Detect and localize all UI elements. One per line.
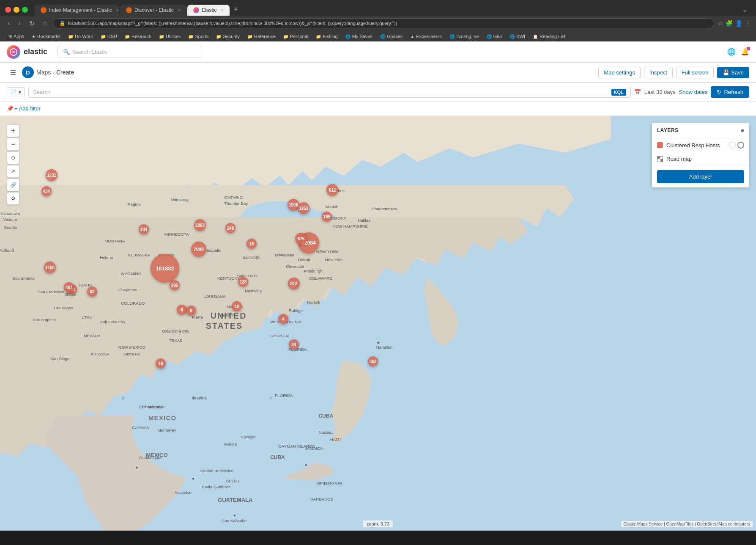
bookmark-experiments[interactable]: ▲ Experiments — [407, 33, 445, 40]
cluster-marker[interactable]: 8 — [177, 305, 187, 315]
globe-icon: 🌐 — [509, 34, 515, 39]
settings-tool-button[interactable]: ⚙ — [7, 192, 19, 205]
svg-text:BARBADOS: BARBADOS — [310, 497, 334, 501]
bookmark-ifconfig[interactable]: 🌐 ifconfig.me — [446, 33, 482, 40]
breadcrumb-maps[interactable]: Maps — [36, 69, 51, 76]
cluster-marker[interactable]: 16 — [247, 239, 257, 249]
close-window-button[interactable] — [5, 7, 11, 13]
map-container[interactable]: UNITED STATES MEXICO CUBA Vancouver Vict… — [0, 116, 756, 531]
search-field[interactable]: Search KQL — [28, 87, 631, 98]
cluster-marker[interactable]: 128 — [238, 277, 248, 287]
notifications-icon[interactable]: 🔔 — [741, 48, 749, 56]
expand-button[interactable]: ↗ — [7, 165, 19, 178]
cluster-marker[interactable]: 487 — [64, 282, 74, 292]
back-button[interactable]: ‹ — [5, 19, 12, 28]
bookmark-reading-list[interactable]: 📋 Reading List — [529, 33, 569, 40]
extensions-icon[interactable]: 🧩 — [726, 20, 733, 27]
bookmark-apps[interactable]: ⊞ Apps — [5, 33, 27, 40]
cluster-marker[interactable]: 24 — [289, 339, 299, 350]
bookmark-reference[interactable]: 📁 Reference — [244, 33, 279, 40]
svg-text:Nashville: Nashville — [245, 289, 262, 293]
cluster-marker[interactable]: 169 — [322, 212, 332, 222]
add-layer-button[interactable]: Add layer — [657, 170, 744, 183]
reload-button[interactable]: ↻ — [27, 19, 37, 28]
svg-text:WYOMING: WYOMING — [121, 271, 141, 276]
cluster-marker[interactable]: 10 — [232, 301, 242, 311]
cluster-marker[interactable]: 2108 — [44, 261, 56, 273]
cluster-marker[interactable]: 1263 — [298, 202, 310, 214]
bookmark-bwi[interactable]: 🌐 BWI — [506, 33, 529, 40]
profile-icon[interactable]: 👤 — [735, 20, 742, 27]
calendar-icon[interactable]: 📅 — [634, 89, 641, 95]
more-menu-icon[interactable]: ⋮ — [745, 20, 751, 27]
cluster-marker[interactable]: 16 — [156, 358, 166, 369]
bookmark-bookmarks[interactable]: ★ Bookmarks — [28, 33, 64, 40]
hamburger-menu-button[interactable]: ☰ — [7, 65, 19, 80]
svg-text:Sargasso Sea: Sargasso Sea — [316, 481, 342, 485]
url-bar[interactable]: 🔒 localhost:5601/app/maps/map#?_g=(filte… — [53, 18, 714, 28]
refresh-button[interactable]: ↻ Refresh — [711, 86, 749, 98]
globe-header-icon[interactable]: 🌐 — [727, 48, 736, 56]
layer-toggle-circle-1[interactable] — [729, 142, 736, 149]
bookmark-dsu[interactable]: 📁 DSU — [97, 33, 121, 40]
kql-badge[interactable]: KQL — [611, 89, 626, 96]
cluster-marker[interactable]: 8 — [186, 306, 196, 316]
cluster-marker[interactable]: 575 — [295, 233, 307, 245]
cluster-marker[interactable]: 248 — [225, 223, 236, 233]
filter-toggle-button[interactable]: 📄 ▾ — [7, 87, 25, 97]
tab-close-button[interactable]: × — [178, 8, 181, 13]
bookmark-utilities[interactable]: 📁 Utilities — [156, 33, 184, 40]
bookmark-security[interactable]: 📁 Security — [213, 33, 243, 40]
tab-discover[interactable]: Discover - Elastic × — [120, 5, 186, 16]
tab-close-active-button[interactable]: × — [221, 8, 223, 13]
tab-elastic-active[interactable]: Elastic × — [187, 5, 230, 16]
layer-item-clustered[interactable]: Clustered Resp Hosts — [652, 138, 749, 152]
bookmark-fishing[interactable]: 📁 Fishing — [312, 33, 341, 40]
cluster-marker[interactable]: 4 — [278, 314, 288, 324]
maximize-window-button[interactable] — [22, 7, 28, 13]
cluster-marker[interactable]: 161882 — [151, 254, 179, 283]
cluster-marker[interactable]: 295 — [170, 280, 180, 290]
save-button[interactable]: 💾 Save — [717, 67, 749, 78]
svg-text:●: ● — [135, 465, 138, 470]
home-button[interactable]: ⌂ — [41, 19, 50, 28]
forward-button[interactable]: › — [16, 19, 23, 28]
globe-icon: 🌐 — [449, 34, 455, 39]
zoom-out-button[interactable]: − — [7, 138, 19, 151]
link-button[interactable]: 🔗 — [7, 179, 19, 191]
tab-close-button[interactable]: × — [116, 8, 119, 13]
zoom-to-fit-button[interactable]: ⊙ — [7, 151, 19, 164]
layers-menu-icon[interactable]: ≡ — [741, 127, 744, 134]
cluster-marker[interactable]: 7088 — [191, 242, 206, 257]
cluster-marker[interactable]: 434 — [41, 186, 52, 196]
new-tab-button[interactable]: + — [230, 3, 242, 16]
cluster-marker[interactable]: 812 — [288, 278, 300, 289]
layer-toggle-circle-2[interactable] — [737, 142, 744, 149]
tab-index-management[interactable]: Index Management - Elastic × — [35, 5, 119, 16]
cluster-marker[interactable]: 612 — [326, 184, 338, 196]
cluster-marker[interactable]: 462 — [368, 356, 378, 366]
breadcrumb-create[interactable]: Create — [56, 69, 74, 76]
full-screen-button[interactable]: Full screen — [676, 67, 714, 78]
bookmark-research[interactable]: 📁 Research — [121, 33, 155, 40]
add-filter-button[interactable]: + Add filter — [14, 105, 41, 112]
bookmark-goalies[interactable]: 🌐 Goalies — [377, 33, 406, 40]
cluster-marker[interactable]: 3231 — [46, 169, 58, 181]
bookmark-star-icon[interactable]: ☆ — [718, 20, 723, 27]
bookmark-do-work[interactable]: 📁 Do Work — [65, 33, 96, 40]
cluster-marker[interactable]: 284 — [139, 224, 149, 234]
bookmark-personal[interactable]: 📁 Personal — [280, 33, 312, 40]
zoom-in-button[interactable]: + — [7, 124, 19, 137]
search-input-header[interactable]: 🔍 Search Elastic — [58, 46, 201, 58]
show-dates-button[interactable]: Show dates — [679, 89, 708, 95]
inspect-button[interactable]: Inspect — [644, 67, 673, 78]
bookmark-sports[interactable]: 📁 Sports — [185, 33, 212, 40]
bookmark-geo[interactable]: 🌐 Geo — [483, 33, 506, 40]
map-settings-button[interactable]: Map settings — [598, 67, 641, 78]
minimize-window-button[interactable] — [14, 7, 19, 13]
cluster-marker[interactable]: 62 — [87, 286, 97, 297]
layer-item-road-map[interactable]: Road map — [652, 152, 749, 166]
cluster-marker[interactable]: 2083 — [194, 219, 206, 231]
bookmark-my-saves[interactable]: 🌐 My Saves — [342, 33, 376, 40]
svg-text:Monterrey: Monterrey — [157, 428, 176, 432]
